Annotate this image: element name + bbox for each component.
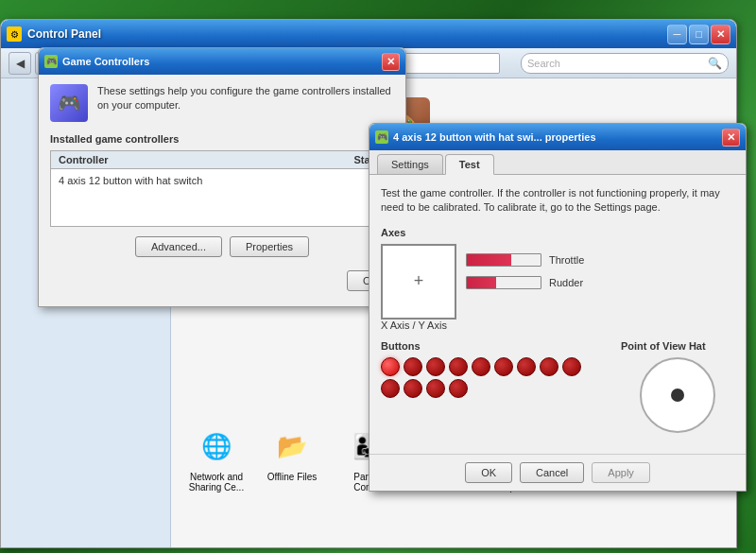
col-header-controller: Controller [51,151,318,168]
icon-network[interactable]: 🌐 Network andSharing Ce... [179,423,254,493]
properties-button[interactable]: Properties [230,236,309,257]
buttons-grid [381,357,602,398]
buttons-row-2 [381,379,602,398]
dialog-header: 🎮 These settings help you configure the … [50,84,394,122]
buttons-section-title: Buttons [381,340,602,352]
game-btn-7 [517,357,536,376]
props-body: Settings Test Test the game controller. … [369,150,746,491]
control-panel-titlebar: ⚙ Control Panel ─ □ ✕ [1,20,736,48]
properties-dialog: 🎮 4 axis 12 button with hat swi... prope… [369,123,747,492]
desktop: ⚙ Control Panel ─ □ ✕ ◀ ▶ ▲ ▶ Control Pa… [0,0,756,553]
pov-dot [671,389,684,402]
throttle-row: Throttle [466,253,734,267]
game-ctrl-body: 🎮 These settings help you configure the … [39,75,405,306]
game-controllers-dialog: 🎮 Game Controllers ✕ 🎮 These settings he… [38,47,406,307]
search-placeholder: Search [527,58,560,69]
game-ctrl-close-btn[interactable]: ✕ [382,53,400,71]
game-btn-9 [562,357,581,376]
tab-test[interactable]: Test [445,154,494,175]
game-btn-10 [381,379,400,398]
tab-settings[interactable]: Settings [377,154,443,174]
installed-label: Installed game controllers [50,133,394,145]
offline-files-label: Offline Files [267,472,318,482]
table-header-row: Controller Status [51,151,393,169]
game-ctrl-title-left: 🎮 Game Controllers [44,55,149,68]
maximize-button[interactable]: □ [689,25,709,44]
props-dialog-icon: 🎮 [375,130,388,144]
search-icon[interactable]: 🔍 [708,57,722,70]
axes-content: + Throttle Rudder [381,244,734,320]
network-label: Network andSharing Ce... [189,472,244,493]
pov-circle [640,357,715,433]
test-description: Test the game controller. If the control… [381,186,734,216]
game-ctrl-titlebar: 🎮 Game Controllers ✕ [39,48,405,75]
buttons-left: Buttons [381,340,602,433]
network-icon: 🌐 [194,423,239,469]
dialog-header-icon: 🎮 [50,84,88,122]
rudder-row: Rudder [466,276,734,289]
controller-name: 4 axis 12 button with hat switch [51,172,318,223]
table-row[interactable]: 4 axis 12 button with hat switch OK [51,169,393,226]
game-btn-2 [404,357,422,376]
joystick-box: + [381,244,456,320]
titlebar-left: ⚙ Control Panel [7,26,101,42]
buttons-right: Point of View Hat [621,340,734,433]
props-title-text: 4 axis 12 button with hat swi... propert… [393,131,596,143]
game-btn-11 [404,379,422,398]
throttle-bar [466,253,541,267]
search-bar[interactable]: Search 🔍 [521,53,729,74]
axes-label: Axes [381,227,734,238]
game-btn-3 [426,357,445,376]
offline-files-icon: 📂 [269,423,315,469]
axes-section: Axes + Throttle Rudder [381,227,734,331]
dialog-buttons-row: Advanced... Properties [50,236,394,257]
props-titlebar: 🎮 4 axis 12 button with hat swi... prope… [369,124,746,150]
controllers-table: Controller Status 4 axis 12 button with … [50,150,394,227]
props-apply-button[interactable]: Apply [592,462,650,483]
props-close-btn[interactable]: ✕ [722,129,740,147]
control-panel-title: Control Panel [27,27,101,41]
props-cancel-button[interactable]: Cancel [520,462,584,483]
dialog-header-text: These settings help you configure the ga… [97,84,394,122]
rudder-label: Rudder [549,277,583,288]
game-ctrl-title-text: Game Controllers [62,56,149,67]
props-title-left: 🎮 4 axis 12 button with hat swi... prope… [375,130,596,144]
xy-axis-label: X Axis / Y Axis [381,320,734,331]
pov-hat-area [621,357,734,433]
game-ctrl-dialog-icon: 🎮 [44,55,58,68]
game-btn-4 [449,357,468,376]
rudder-bar [466,276,541,289]
joystick-crosshair: + [414,271,424,291]
buttons-section: Buttons [381,340,734,433]
dialog-ok-area: OK [50,265,394,297]
throttle-label: Throttle [549,254,584,266]
game-btn-8 [540,357,558,376]
close-button[interactable]: ✕ [711,25,730,44]
tabs-bar: Settings Test [369,150,746,175]
back-button[interactable]: ◀ [9,52,31,75]
control-panel-icon: ⚙ [7,26,22,42]
minimize-button[interactable]: ─ [667,25,687,44]
game-btn-1 [381,357,400,376]
axes-right: Throttle Rudder [466,244,734,289]
titlebar-buttons: ─ □ ✕ [667,25,730,44]
props-footer: OK Cancel Apply [369,454,746,491]
pov-section-title: Point of View Hat [621,340,734,352]
advanced-button[interactable]: Advanced... [135,236,222,257]
game-btn-5 [472,357,490,376]
props-content: Test the game controller. If the control… [369,175,746,454]
game-btn-13 [449,379,468,398]
icon-offline-files[interactable]: 📂 Offline Files [254,423,330,493]
props-ok-button[interactable]: OK [465,462,512,483]
game-btn-12 [426,379,445,398]
game-btn-6 [494,357,513,376]
buttons-row-1 [381,357,602,376]
